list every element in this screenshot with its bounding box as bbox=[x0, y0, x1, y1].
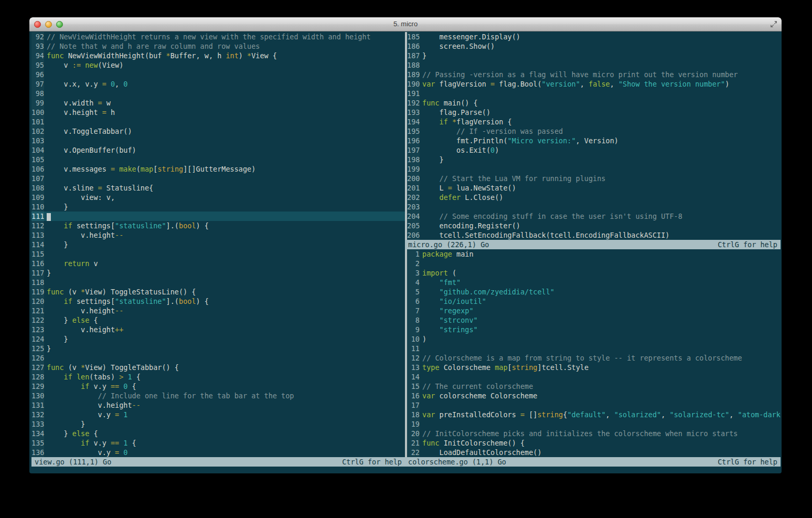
editor-pane-micro-go[interactable]: 185 messenger.Display()186 screen.Show()… bbox=[407, 32, 781, 240]
code-line-189[interactable]: 189// Passing -version as a flag will ha… bbox=[407, 70, 781, 79]
code-line-124[interactable]: 124 } bbox=[31, 334, 405, 344]
code-line-186[interactable]: 186 screen.Show() bbox=[407, 41, 781, 51]
code-line-130[interactable]: 130 // Include one line for the tab bar … bbox=[31, 391, 405, 400]
code-line-107[interactable]: 107 bbox=[31, 174, 405, 183]
code-line-206[interactable]: 206 tcell.SetEncodingFallback(tcell.Enco… bbox=[407, 230, 781, 240]
code-line-104[interactable]: 104 v.OpenBuffer(buf) bbox=[31, 145, 405, 155]
code-line-6[interactable]: 6 "io/ioutil" bbox=[407, 297, 781, 306]
code-line-8[interactable]: 8 "strconv" bbox=[407, 315, 781, 325]
line-number: 11 bbox=[407, 344, 420, 353]
code-line-21[interactable]: 21func InitColorscheme() { bbox=[407, 438, 781, 448]
code-token: view: v, bbox=[47, 193, 115, 202]
code-line-114[interactable]: 114 } bbox=[31, 240, 405, 249]
code-line-134[interactable]: 134 } else { bbox=[31, 429, 405, 438]
code-line-188[interactable]: 188 bbox=[407, 60, 781, 70]
code-line-200[interactable]: 200 // Start the Lua VM for running plug… bbox=[407, 174, 781, 183]
code-line-112[interactable]: 112 if settings["statusline"].(bool) { bbox=[31, 221, 405, 230]
code-line-93[interactable]: 93// Note that w and h are raw column an… bbox=[31, 41, 405, 51]
code-line-198[interactable]: 198 } bbox=[407, 155, 781, 164]
code-line-106[interactable]: 106 v.messages = make(map[string][]Gutte… bbox=[31, 164, 405, 174]
code-line-136[interactable]: 136 v.y = 0 bbox=[31, 448, 405, 457]
code-line-17[interactable]: 17 bbox=[407, 400, 781, 410]
line-number: 96 bbox=[31, 70, 44, 79]
code-line-119[interactable]: 119func (v *View) ToggleStatusLine() { bbox=[31, 287, 405, 297]
code-line-94[interactable]: 94func NewViewWidthHeight(buf *Buffer, w… bbox=[31, 51, 405, 60]
code-token: { bbox=[132, 373, 141, 381]
code-line-5[interactable]: 5 "github.com/zyedidia/tcell" bbox=[407, 287, 781, 297]
code-line-125[interactable]: 125} bbox=[31, 344, 405, 353]
code-line-105[interactable]: 105 bbox=[31, 155, 405, 164]
code-line-133[interactable]: 133 } bbox=[31, 419, 405, 429]
code-line-187[interactable]: 187} bbox=[407, 51, 781, 60]
code-line-115[interactable]: 115 bbox=[31, 249, 405, 259]
code-line-204[interactable]: 204 // Some encoding stuff in case the u… bbox=[407, 212, 781, 221]
code-line-103[interactable]: 103 bbox=[31, 136, 405, 145]
code-line-132[interactable]: 132 v.y = 1 bbox=[31, 410, 405, 419]
code-line-196[interactable]: 196 fmt.Println("Micro version:", Versio… bbox=[407, 136, 781, 145]
code-line-96[interactable]: 96 bbox=[31, 70, 405, 79]
code-line-19[interactable]: 19 bbox=[407, 419, 781, 429]
code-line-20[interactable]: 20// InitColorscheme picks and initializ… bbox=[407, 429, 781, 438]
code-line-3[interactable]: 3import ( bbox=[407, 268, 781, 278]
code-line-185[interactable]: 185 messenger.Display() bbox=[407, 32, 781, 41]
code-line-111[interactable]: 111 bbox=[31, 212, 405, 221]
code-line-15[interactable]: 15// The current colorscheme bbox=[407, 382, 781, 391]
code-line-13[interactable]: 13type Colorscheme map[string]tcell.Styl… bbox=[407, 363, 781, 372]
code-line-110[interactable]: 110 } bbox=[31, 202, 405, 212]
code-line-2[interactable]: 2 bbox=[407, 259, 781, 268]
code-line-118[interactable]: 118 bbox=[31, 278, 405, 287]
code-line-126[interactable]: 126 bbox=[31, 353, 405, 363]
code-line-191[interactable]: 191 bbox=[407, 89, 781, 98]
code-line-193[interactable]: 193 flag.Parse() bbox=[407, 108, 781, 117]
code-line-92[interactable]: 92// NewViewWidthHeight returns a new vi… bbox=[31, 32, 405, 41]
code-text: } bbox=[47, 202, 405, 212]
code-line-128[interactable]: 128 if len(tabs) > 1 { bbox=[31, 372, 405, 382]
code-line-192[interactable]: 192func main() { bbox=[407, 98, 781, 108]
code-line-116[interactable]: 116 return v bbox=[31, 259, 405, 268]
code-line-135[interactable]: 135 if v.y == 1 { bbox=[31, 438, 405, 448]
code-line-122[interactable]: 122 } else { bbox=[31, 315, 405, 325]
code-line-117[interactable]: 117} bbox=[31, 268, 405, 278]
terminal-window: 5. micro 92// NewViewWidthHeight returns… bbox=[29, 17, 782, 473]
code-line-108[interactable]: 108 v.sline = Statusline{ bbox=[31, 183, 405, 193]
code-line-123[interactable]: 123 v.height++ bbox=[31, 325, 405, 334]
code-line-14[interactable]: 14 bbox=[407, 372, 781, 382]
code-line-99[interactable]: 99 v.width = w bbox=[31, 98, 405, 108]
code-line-127[interactable]: 127func (v *View) ToggleTabbar() { bbox=[31, 363, 405, 372]
code-line-7[interactable]: 7 "regexp" bbox=[407, 306, 781, 315]
code-line-190[interactable]: 190var flagVersion = flag.Bool("version"… bbox=[407, 79, 781, 89]
code-line-113[interactable]: 113 v.height-- bbox=[31, 230, 405, 240]
code-line-129[interactable]: 129 if v.y == 0 { bbox=[31, 382, 405, 391]
code-line-194[interactable]: 194 if *flagVersion { bbox=[407, 117, 781, 126]
code-line-102[interactable]: 102 v.ToggleTabbar() bbox=[31, 126, 405, 136]
code-line-202[interactable]: 202 defer L.Close() bbox=[407, 193, 781, 202]
code-line-22[interactable]: 22 LoadDefaultColorscheme() bbox=[407, 448, 781, 457]
code-line-1[interactable]: 1package main bbox=[407, 249, 781, 259]
code-line-9[interactable]: 9 "strings" bbox=[407, 325, 781, 334]
code-line-197[interactable]: 197 os.Exit(0) bbox=[407, 145, 781, 155]
code-line-201[interactable]: 201 L = lua.NewState() bbox=[407, 183, 781, 193]
code-line-4[interactable]: 4 "fmt" bbox=[407, 278, 781, 287]
editor-pane-colorscheme-go[interactable]: 1package main23import (4 "fmt"5 "github.… bbox=[407, 249, 781, 457]
code-line-98[interactable]: 98 bbox=[31, 89, 405, 98]
window-titlebar[interactable]: 5. micro bbox=[29, 17, 782, 31]
editor-pane-view-go[interactable]: 92// NewViewWidthHeight returns a new vi… bbox=[31, 32, 405, 457]
code-line-121[interactable]: 121 v.height-- bbox=[31, 306, 405, 315]
code-line-97[interactable]: 97 v.x, v.y = 0, 0 bbox=[31, 79, 405, 89]
code-line-11[interactable]: 11 bbox=[407, 344, 781, 353]
code-line-195[interactable]: 195 // If -version was passed bbox=[407, 126, 781, 136]
code-line-199[interactable]: 199 bbox=[407, 164, 781, 174]
code-line-12[interactable]: 12// Colorscheme is a map from string to… bbox=[407, 353, 781, 363]
code-line-16[interactable]: 16var colorscheme Colorscheme bbox=[407, 391, 781, 400]
code-line-18[interactable]: 18var preInstalledColors = []string{"def… bbox=[407, 410, 781, 419]
code-line-131[interactable]: 131 v.height-- bbox=[31, 400, 405, 410]
code-line-101[interactable]: 101 bbox=[31, 117, 405, 126]
fullscreen-icon[interactable] bbox=[770, 20, 778, 28]
code-line-100[interactable]: 100 v.height = h bbox=[31, 108, 405, 117]
code-line-203[interactable]: 203 bbox=[407, 202, 781, 212]
code-line-109[interactable]: 109 view: v, bbox=[31, 193, 405, 202]
code-line-120[interactable]: 120 if settings["statusline"].(bool) { bbox=[31, 297, 405, 306]
code-line-95[interactable]: 95 v := new(View) bbox=[31, 60, 405, 70]
code-line-10[interactable]: 10) bbox=[407, 334, 781, 344]
code-line-205[interactable]: 205 encoding.Register() bbox=[407, 221, 781, 230]
